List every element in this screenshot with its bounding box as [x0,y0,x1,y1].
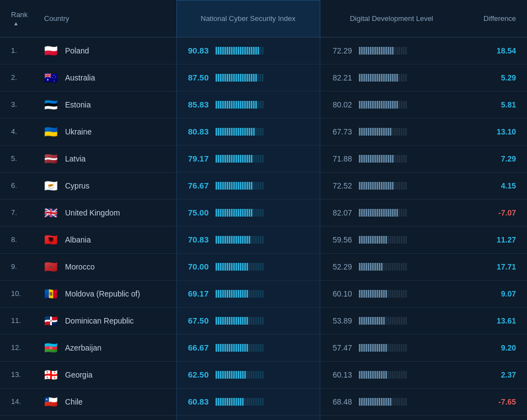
table-row[interactable]: 8. 🇦🇱 Albania 70.83 59.56 11.27 [0,226,527,253]
country-name: Azerbaijan [65,343,101,352]
country-name: Dominican Republic [65,316,134,325]
ddl-cell: 72.52 [320,172,463,199]
rankings-table: Rank ▲ Country National Cyber Security I… [0,0,527,420]
table-row[interactable]: 2. 🇦🇺 Australia 87.50 82.21 5.29 [0,64,527,91]
rank-cell: 5. [0,145,39,172]
country-name: Cyprus [65,181,89,190]
table-row[interactable]: 1. 🇵🇱 Poland 90.83 72.29 18.54 [0,37,527,64]
ncsi-cell: 69.17 [176,280,320,307]
country-cell: 🇱🇻 Latvia [39,145,176,172]
ddl-bar [359,74,407,82]
ncsi-bar [216,74,264,82]
country-cell: 🇨🇱 Chile [39,388,176,415]
flag-icon: 🇦🇺 [44,72,60,83]
ncsi-cell: 66.67 [176,334,320,361]
diff-header[interactable]: Difference [463,1,527,37]
ddl-value: 67.73 [326,127,352,136]
table-row[interactable]: 9. 🇲🇦 Morocco 70.00 52.29 17.71 [0,253,527,280]
ddl-cell: 68.48 [320,388,463,415]
table-row[interactable]: 3. 🇪🇪 Estonia 85.83 80.02 5.81 [0,91,527,118]
flag-icon: 🇲🇩 [44,288,60,299]
ddl-cell: 71.88 [320,145,463,172]
diff-cell: 13.61 [463,307,527,334]
ncsi-value: 67.50 [182,316,209,325]
country-name: Moldova (Republic of) [65,289,140,298]
table-row[interactable]: 6. 🇨🇾 Cyprus 76.67 72.52 4.15 [0,172,527,199]
ddl-bar [359,182,407,190]
rank-header[interactable]: Rank ▲ [0,1,39,37]
ncsi-value: 66.67 [182,343,209,352]
ncsi-bar [216,182,264,190]
ddl-bar [359,101,407,109]
ddl-cell: 53.89 [320,307,463,334]
country-cell: 🇩🇴 Dominican Republic [39,307,176,334]
ncsi-value: 75.00 [182,208,209,217]
flag-icon: 🇬🇪 [44,369,60,380]
country-cell: 🇵🇱 Poland [39,37,176,64]
country-name: Estonia [65,100,91,109]
table-row[interactable]: 10. 🇲🇩 Moldova (Republic of) 69.17 60.10 [0,280,527,307]
ddl-cell: 52.29 [320,253,463,280]
ddl-value: 52.29 [326,262,352,271]
table-row[interactable]: 15. 🇨🇳 China 60.00 74.25 -14.25 [0,415,527,420]
table-row[interactable]: 13. 🇬🇪 Georgia 62.50 60.13 2.37 [0,361,527,388]
table-row[interactable]: 7. 🇬🇧 United Kingdom 75.00 82.07 - [0,199,527,226]
flag-icon: 🇦🇱 [44,234,60,245]
ddl-bar [359,47,407,55]
table-row[interactable]: 14. 🇨🇱 Chile 60.83 68.48 -7.65 [0,388,527,415]
ddl-value: 60.13 [326,370,352,379]
ddl-value: 82.21 [326,73,352,82]
ncsi-cell: 70.83 [176,226,320,253]
diff-cell: -14.25 [463,415,527,420]
country-name: Australia [65,73,95,82]
country-name: Chile [65,397,83,406]
diff-cell: 9.20 [463,334,527,361]
main-table-container: Rank ▲ Country National Cyber Security I… [0,0,527,420]
ncsi-cell: 62.50 [176,361,320,388]
rank-cell: 1. [0,37,39,64]
table-row[interactable]: 12. 🇦🇿 Azerbaijan 66.67 57.47 9.20 [0,334,527,361]
rank-cell: 13. [0,361,39,388]
diff-cell: 9.07 [463,280,527,307]
ddl-cell: 60.10 [320,280,463,307]
rank-cell: 3. [0,91,39,118]
rank-cell: 9. [0,253,39,280]
rank-cell: 7. [0,199,39,226]
ncsi-bar [216,128,264,136]
ddl-bar [359,317,407,325]
diff-cell: -7.65 [463,388,527,415]
ncsi-value: 80.83 [182,127,209,136]
country-header[interactable]: Country [39,1,176,37]
rank-cell: 12. [0,334,39,361]
rank-cell: 2. [0,64,39,91]
country-cell: 🇺🇦 Ukraine [39,118,176,145]
ddl-bar [359,290,407,298]
country-cell: 🇦🇺 Australia [39,64,176,91]
country-name: Poland [65,46,89,55]
ddl-header[interactable]: Digital Development Level [320,1,463,37]
ncsi-bar [216,209,264,217]
ncsi-value: 60.83 [182,397,209,406]
table-row[interactable]: 4. 🇺🇦 Ukraine 80.83 67.73 13.10 [0,118,527,145]
flag-icon: 🇨🇱 [44,396,60,407]
ncsi-bar [216,263,264,271]
rank-cell: 6. [0,172,39,199]
diff-cell: -7.07 [463,199,527,226]
ddl-value: 57.47 [326,343,352,352]
ncsi-value: 69.17 [182,289,209,298]
flag-icon: 🇲🇦 [44,261,60,272]
diff-cell: 17.71 [463,253,527,280]
diff-cell: 5.29 [463,64,527,91]
ncsi-cell: 87.50 [176,64,320,91]
ddl-cell: 80.02 [320,91,463,118]
ddl-cell: 59.56 [320,226,463,253]
flag-icon: 🇵🇱 [44,45,60,56]
ddl-value: 72.52 [326,181,352,190]
ncsi-header[interactable]: National Cyber Security Index [176,1,320,37]
rank-cell: 11. [0,307,39,334]
table-row[interactable]: 11. 🇩🇴 Dominican Republic 67.50 53.89 [0,307,527,334]
country-name: Georgia [65,370,93,379]
ncsi-bar [216,317,264,325]
diff-cell: 18.54 [463,37,527,64]
table-row[interactable]: 5. 🇱🇻 Latvia 79.17 71.88 7.29 [0,145,527,172]
